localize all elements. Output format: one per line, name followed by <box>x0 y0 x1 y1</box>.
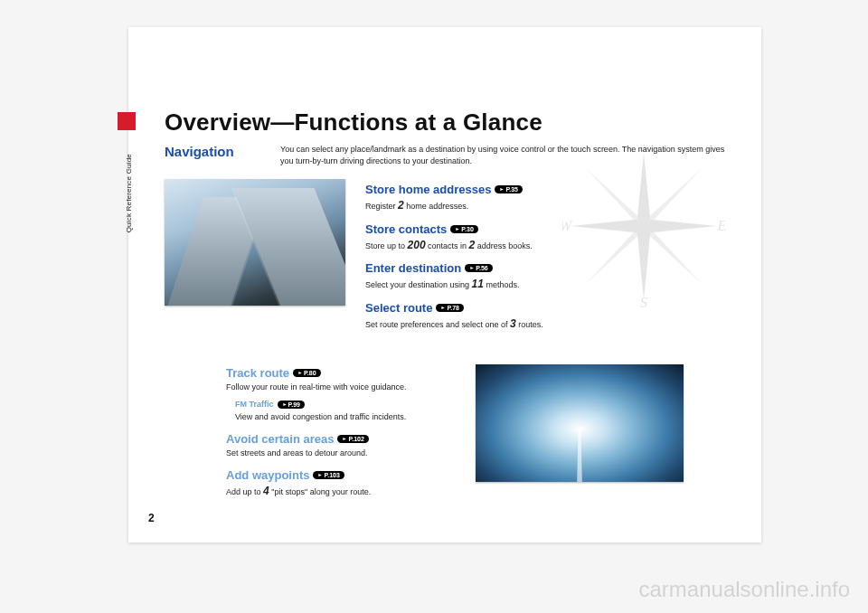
hand-pointer-icon <box>453 226 460 232</box>
page-ref-badge: P.35 <box>495 185 523 193</box>
feature-block-a: Store home addresses P.35 Register 2 hom… <box>165 179 734 338</box>
feature-title-text: Track route <box>226 366 289 380</box>
feature-enter-destination: Enter destination P.56 Select your desti… <box>365 259 734 292</box>
highway-road-image <box>476 364 684 482</box>
navigation-heading: Navigation <box>165 144 264 166</box>
feature-desc: Add up to 4 "pit stops" along your route… <box>226 485 454 499</box>
watermark-text: carmanualsonline.info <box>639 577 850 602</box>
page-ref-badge: P.78 <box>436 304 464 312</box>
feature-desc: Set route preferences and select one of … <box>365 317 734 332</box>
feature-select-route: Select route P.78 Set route preferences … <box>365 299 734 332</box>
page-ref-badge: P.99 <box>278 401 306 409</box>
hand-pointer-icon <box>439 305 446 311</box>
feature-block-b: Track route P.80 Follow your route in re… <box>165 364 734 506</box>
feature-title: Store contacts P.30 <box>365 222 478 236</box>
page-ref-badge: P.30 <box>450 225 478 233</box>
page-ref-badge: P.80 <box>293 369 321 377</box>
page-title: Overview—Functions at a Glance <box>165 108 734 137</box>
hand-pointer-icon <box>467 265 475 271</box>
feature-title-text: Add waypoints <box>226 468 309 482</box>
feature-desc: Set streets and areas to detour around. <box>226 448 454 459</box>
feature-list-a: Store home addresses P.35 Register 2 hom… <box>365 179 734 338</box>
feature-desc: Store up to 200 contacts in 2 address bo… <box>365 239 734 253</box>
feature-title-text: Select route <box>365 301 432 315</box>
sub-feature-desc: View and avoid congestion and traffic in… <box>235 412 454 423</box>
navigation-intro-row: Navigation You can select any place/land… <box>165 144 734 166</box>
hand-pointer-icon <box>316 472 323 478</box>
page-ref-badge: P.56 <box>465 264 493 272</box>
feature-title: Enter destination P.56 <box>365 261 493 275</box>
feature-title-text: Enter destination <box>365 261 461 275</box>
feature-title-text: Avoid certain areas <box>226 432 334 446</box>
page-number: 2 <box>148 512 155 524</box>
manual-page: Quick Reference Guide 2 N E S W Overview… <box>128 27 761 542</box>
feature-title: Select route P.78 <box>365 301 464 315</box>
feature-list-b: Track route P.80 Follow your route in re… <box>165 364 454 506</box>
feature-avoid-areas: Avoid certain areas P.102 Set streets an… <box>226 430 454 459</box>
page-content: Overview—Functions at a Glance Navigatio… <box>165 108 734 497</box>
sub-feature-title: FM Traffic P.99 <box>235 400 305 409</box>
section-tab <box>118 112 136 130</box>
feature-desc: Select your destination using 11 methods… <box>365 278 734 292</box>
feature-store-contacts: Store contacts P.30 Store up to 200 cont… <box>365 221 734 253</box>
hand-pointer-icon <box>340 436 347 442</box>
feature-title: Store home addresses P.35 <box>365 183 523 196</box>
hand-pointer-icon <box>497 186 505 193</box>
feature-title: Avoid certain areas P.102 <box>226 432 369 446</box>
feature-title: Track route P.80 <box>226 366 321 380</box>
navigation-intro-text: You can select any place/landmark as a d… <box>280 144 734 166</box>
hand-pointer-icon <box>296 370 303 376</box>
feature-fm-traffic: FM Traffic P.99 View and avoid congestio… <box>235 394 454 423</box>
feature-store-home: Store home addresses P.35 Register 2 hom… <box>365 181 734 213</box>
city-skyscrapers-image <box>165 179 345 306</box>
feature-add-waypoints: Add waypoints P.103 Add up to 4 "pit sto… <box>226 467 454 499</box>
feature-desc: Register 2 home addresses. <box>365 199 734 213</box>
feature-title-text: Store home addresses <box>365 183 491 196</box>
side-section-label: Quick Reference Guide <box>125 154 133 232</box>
page-ref-badge: P.102 <box>337 435 368 443</box>
feature-track-route: Track route P.80 Follow your route in re… <box>226 364 454 423</box>
feature-title: Add waypoints P.103 <box>226 468 344 482</box>
feature-desc: Follow your route in real-time with voic… <box>226 382 454 393</box>
feature-title-text: Store contacts <box>365 222 447 236</box>
page-ref-badge: P.103 <box>313 471 344 479</box>
hand-pointer-icon <box>280 401 288 408</box>
